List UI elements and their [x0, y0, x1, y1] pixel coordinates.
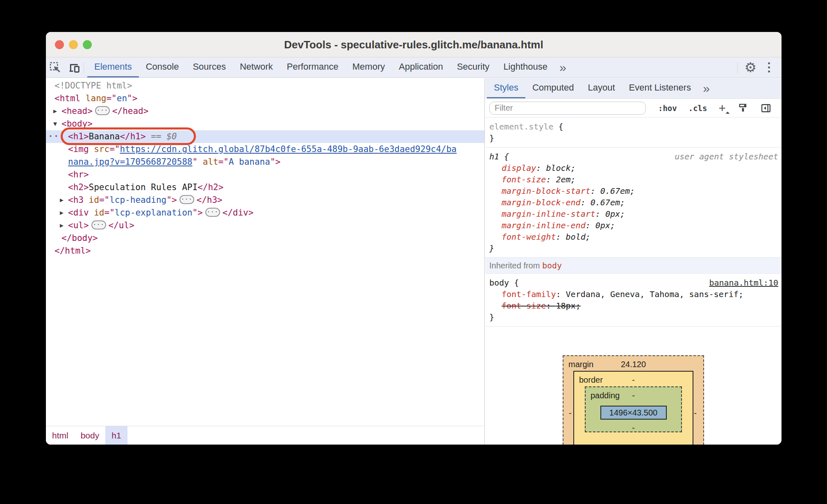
expand-ellipsis-button[interactable]: ··· — [91, 220, 106, 229]
attribute-link[interactable]: https://cdn.glitch.global/87b4c0fe-655a-… — [120, 144, 457, 154]
toggle-pseudo-states-button[interactable]: :hov — [658, 104, 677, 113]
dom-tree-row[interactable]: <!DOCTYPE html> — [46, 79, 484, 92]
box-model-content[interactable]: 1496×43.500 — [600, 406, 667, 420]
tab-console[interactable]: Console — [139, 57, 186, 77]
sidebar-tab-layout[interactable]: Layout — [581, 78, 622, 98]
css-declaration[interactable]: display: block; — [489, 162, 777, 174]
paint-brush-icon[interactable] — [737, 102, 749, 114]
row-actions-dots[interactable]: ··· — [48, 130, 65, 143]
tab-security[interactable]: Security — [450, 57, 496, 77]
css-property-value[interactable]: 0.67em — [600, 186, 630, 196]
tab-application[interactable]: Application — [392, 57, 450, 77]
breadcrumb-item-body[interactable]: body — [75, 426, 106, 445]
breadcrumb-item-html[interactable]: html — [46, 426, 75, 445]
element-style-rule[interactable]: element.style { } — [485, 118, 782, 148]
dom-tree-row[interactable]: ▶<ul>···</ul> — [46, 219, 484, 232]
css-property-value[interactable]: bold — [566, 232, 586, 242]
tab-memory[interactable]: Memory — [345, 57, 392, 77]
css-declaration[interactable]: font-family: Verdana, Geneva, Tahoma, sa… — [489, 288, 777, 300]
box-model-padding[interactable]: padding - - 1496×43.500 — [585, 386, 682, 432]
css-property-value[interactable]: 2em — [556, 175, 570, 184]
styles-pane: element.style { } h1 { user agent styles… — [485, 118, 782, 445]
tab-performance[interactable]: Performance — [280, 57, 345, 77]
dom-tree-row[interactable]: </html> — [46, 245, 484, 257]
css-property-name[interactable]: font-size — [502, 301, 546, 311]
css-property-value[interactable]: 0px — [595, 220, 610, 230]
css-property-name[interactable]: font-family — [502, 289, 556, 299]
sidebar-tab-event-listeners[interactable]: Event Listeners — [622, 78, 698, 98]
dom-tree-row[interactable]: <hr> — [46, 168, 484, 181]
stylesheet-source-link[interactable]: banana.html:10 — [709, 277, 778, 288]
dom-tree-row[interactable]: <html lang="en"> — [46, 92, 484, 105]
toggle-classes-button[interactable]: .cls — [688, 104, 707, 113]
css-declaration[interactable]: font-weight: bold; — [489, 231, 777, 243]
disclosure-arrow-icon[interactable]: ▶ — [53, 105, 57, 118]
disclosure-arrow-icon[interactable]: ▼ — [53, 118, 57, 130]
dom-tree-row[interactable]: </body> — [46, 232, 484, 245]
tab-lighthouse[interactable]: Lighthouse — [496, 57, 554, 77]
css-property-value[interactable]: Verdana, Geneva, Tahoma, sans-serif — [566, 289, 738, 299]
sidebar-tab-computed[interactable]: Computed — [525, 78, 581, 98]
sidebar-more-tabs-button[interactable]: » — [698, 78, 715, 98]
css-property-name[interactable]: font-size — [502, 175, 546, 184]
css-property-name[interactable]: display — [502, 163, 536, 173]
attribute-link[interactable]: nana.jpg?v=1705668720588 — [68, 157, 192, 167]
margin-left-value[interactable]: - — [569, 407, 572, 419]
new-style-rule-button[interactable]: + — [718, 102, 726, 114]
css-property-name[interactable]: margin-block-end — [502, 198, 581, 207]
selector[interactable]: element.style — [489, 122, 554, 132]
css-property-name[interactable]: margin-inline-end — [502, 220, 586, 230]
device-toolbar-button[interactable] — [65, 57, 84, 77]
css-property-value[interactable]: 0px — [605, 209, 620, 219]
css-declaration[interactable]: margin-inline-start: 0px; — [489, 208, 777, 220]
dom-tree-row[interactable]: <h2>Speculation Rules API</h2> — [46, 181, 484, 194]
inspect-element-button[interactable] — [46, 57, 65, 77]
disclosure-arrow-icon[interactable]: ▶ — [60, 207, 64, 219]
css-declaration[interactable]: font-size: 18px; — [489, 300, 777, 311]
css-property-value[interactable]: 18px — [556, 301, 575, 311]
expand-ellipsis-button[interactable]: ··· — [205, 208, 220, 217]
dom-tree-row[interactable]: ▶<div id="lcp-explanation">···</div> — [46, 207, 484, 219]
inherited-node-link[interactable]: body — [542, 261, 562, 270]
padding-bottom-value[interactable]: - — [632, 422, 635, 434]
disclosure-arrow-icon[interactable]: ▶ — [60, 194, 64, 207]
css-property-value[interactable]: 0.67em — [591, 198, 620, 207]
margin-top-value[interactable]: 24.120 — [621, 359, 646, 370]
css-property-value[interactable]: block — [546, 163, 570, 173]
h1-rule[interactable]: h1 { user agent stylesheet display: bloc… — [485, 148, 782, 258]
css-declaration[interactable]: font-size: 2em; — [489, 174, 777, 185]
settings-gear-icon[interactable]: ⚙ — [738, 61, 763, 74]
toggle-sidebar-icon[interactable] — [760, 102, 772, 114]
selector[interactable]: h1 { — [489, 152, 509, 161]
padding-top-value[interactable]: - — [632, 390, 635, 401]
tab-network[interactable]: Network — [233, 57, 280, 77]
styles-filter-input[interactable] — [489, 102, 646, 115]
dom-tree-row[interactable]: ▶<head>···</head> — [46, 105, 484, 118]
css-property-name[interactable]: font-weight — [502, 232, 556, 242]
body-rule[interactable]: body { banana.html:10 font-family: Verda… — [485, 274, 782, 327]
border-top-value[interactable]: - — [632, 374, 635, 386]
dom-tree-row[interactable]: nana.jpg?v=1705668720588" alt="A banana"… — [46, 156, 484, 168]
box-model-margin[interactable]: margin 24.120 - - - - - - border - - — [563, 355, 704, 445]
expand-ellipsis-button[interactable]: ··· — [95, 106, 110, 115]
breadcrumb-item-h1[interactable]: h1 — [105, 426, 127, 445]
dom-tree-row[interactable]: ▶<h3 id="lcp-heading">···</h3> — [46, 194, 484, 207]
dom-tree-row[interactable]: ▼<body> — [46, 118, 484, 130]
kebab-menu-icon[interactable] — [763, 62, 775, 73]
css-declaration[interactable]: margin-block-start: 0.67em; — [489, 185, 777, 197]
selector[interactable]: body { — [489, 278, 519, 288]
css-property-name[interactable]: margin-block-start — [502, 186, 591, 196]
tab-elements[interactable]: Elements — [87, 57, 139, 77]
tab-sources[interactable]: Sources — [186, 57, 233, 77]
dom-tree-row[interactable]: <img src="https://cdn.glitch.global/87b4… — [46, 143, 484, 156]
margin-right-value[interactable]: - — [694, 407, 697, 419]
box-model-border[interactable]: border - - padding - - 1496×43.500 — [573, 371, 693, 445]
sidebar-tab-styles[interactable]: Styles — [487, 78, 525, 98]
disclosure-arrow-icon[interactable]: ▶ — [60, 219, 64, 232]
dom-tree-row[interactable]: ···<h1>Banana</h1> == $0 — [46, 130, 484, 143]
more-tabs-button[interactable]: » — [554, 57, 571, 77]
expand-ellipsis-button[interactable]: ··· — [179, 195, 194, 204]
css-declaration[interactable]: margin-inline-end: 0px; — [489, 220, 777, 231]
css-declaration[interactable]: margin-block-end: 0.67em; — [489, 197, 777, 208]
css-property-name[interactable]: margin-inline-start — [502, 209, 595, 219]
